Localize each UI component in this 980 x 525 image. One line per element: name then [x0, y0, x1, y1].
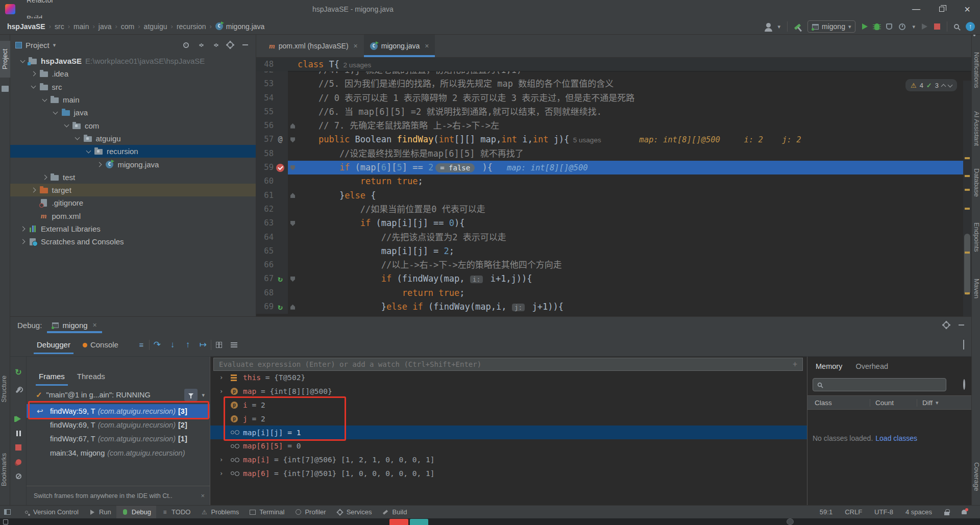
tool-windows-toggle-icon[interactable] [4, 509, 11, 515]
line-number[interactable]: 55 [256, 105, 274, 119]
tab-close-icon[interactable]: × [425, 42, 429, 50]
tab-frames[interactable]: Frames [33, 367, 71, 386]
next-problem-icon[interactable] [948, 82, 953, 87]
stop-debug-button[interactable] [10, 441, 27, 454]
variable-row[interactable]: map[6][5] = 0 [210, 439, 807, 453]
tool-stripe-structure[interactable]: Structure [0, 376, 10, 403]
breadcrumb-item-atguigu[interactable]: atguigu [144, 22, 167, 31]
variable-row[interactable]: ›map[i] = {int[7]@506} [1, 2, 1, 0, 0, 0… [210, 453, 807, 467]
tool-stripe-maven[interactable]: Maven [972, 279, 980, 298]
breadcrumb-file[interactable]: migong.java [215, 22, 265, 31]
tab-debugger[interactable]: Debugger [31, 335, 77, 354]
encoding[interactable]: UTF-8 [874, 508, 893, 516]
hide-panel-button[interactable] [239, 39, 251, 51]
line-number[interactable]: 65 [256, 244, 274, 258]
step-out-icon[interactable]: ↑ [180, 337, 195, 353]
status-item-build[interactable]: Build [377, 506, 412, 519]
tab-threads[interactable]: Threads [71, 367, 111, 386]
breadcrumb-item-java[interactable]: java [99, 22, 112, 31]
menu-refactor[interactable]: Refactor [21, 0, 60, 9]
chevron-down-icon[interactable] [64, 122, 69, 128]
hint-close-icon[interactable]: × [201, 492, 205, 499]
profiler-button[interactable] [899, 23, 905, 30]
locate-file-button[interactable] [180, 39, 191, 51]
taskbar-circle-icon[interactable] [787, 518, 794, 525]
tool-stripe-endpoints[interactable]: Endpoints [972, 222, 980, 252]
close-button[interactable]: × [954, 0, 980, 18]
line-number[interactable]: 59 [256, 161, 274, 174]
line-number[interactable]: 63 [256, 216, 274, 230]
status-item-problems[interactable]: ⚠Problems [195, 506, 244, 519]
tool-stripe-coverage[interactable]: Coverage [972, 462, 980, 491]
fold-down-icon[interactable] [290, 165, 295, 170]
line-number[interactable]: 60 [256, 174, 274, 188]
line-number[interactable]: 57 [256, 133, 274, 146]
chevron-right-icon[interactable] [97, 162, 102, 167]
tree-item-java[interactable]: java [10, 106, 256, 119]
evaluate-expression-button[interactable] [211, 337, 227, 353]
tree-item-recursion[interactable]: recursion [10, 145, 256, 158]
status-item-debug[interactable]: Debug [116, 506, 156, 519]
run-configuration-select[interactable]: migong ▾ [807, 20, 855, 33]
debug-session-tab[interactable]: migong × [47, 317, 102, 333]
evaluate-expression-input[interactable]: Evaluate expression (Enter) or add a wat… [213, 358, 803, 371]
variable-row[interactable]: j = 2 [210, 412, 807, 426]
code-with-me-icon[interactable] [766, 23, 771, 28]
tree-item-main[interactable]: main [10, 93, 256, 106]
tree-item-Scratches and Consoles[interactable]: Scratches and Consoles [10, 235, 256, 248]
minimize-button[interactable]: — [903, 0, 929, 18]
status-item-terminal[interactable]: Terminal [244, 506, 289, 519]
variable-row[interactable]: ›this = {T@502} [210, 371, 807, 385]
run-to-cursor-icon[interactable]: ↦ [195, 337, 211, 353]
caret-position[interactable]: 59:1 [820, 508, 832, 516]
search-everywhere-icon[interactable] [954, 24, 959, 29]
memory-settings-button[interactable] [963, 380, 965, 389]
line-number[interactable]: 66 [256, 258, 274, 272]
column-class[interactable]: Class [807, 399, 870, 407]
chevron-right-icon[interactable] [20, 239, 25, 244]
profiler-dropdown-icon[interactable]: ▾ [912, 23, 915, 30]
tree-item-atguigu[interactable]: atguigu [10, 132, 256, 145]
taskbar-window-icon[interactable] [3, 519, 8, 524]
line-number[interactable]: 64 [256, 231, 274, 244]
load-classes-link[interactable]: Load classes [875, 434, 917, 442]
line-number[interactable]: 53 [256, 77, 274, 91]
scrollbar-thumb[interactable] [964, 234, 970, 295]
mute-breakpoints-button[interactable] [10, 470, 27, 482]
readonly-lock-icon[interactable] [944, 512, 949, 515]
tree-item-.idea[interactable]: .idea [10, 67, 256, 80]
frame-row[interactable]: findWay:69, T(com.atguigu.recursion)[2] [27, 418, 210, 432]
variable-row[interactable]: ›map[6] = {int[7]@501} [1, 0, 0, 0, 0, 0… [210, 467, 807, 481]
breakpoint-icon[interactable] [276, 164, 284, 172]
step-over-icon[interactable]: ↷ [150, 337, 165, 353]
add-watch-icon[interactable]: + [793, 360, 797, 369]
inspections-widget[interactable]: ⚠ 4 ✓ 3 [905, 79, 957, 91]
fold-down-icon[interactable] [290, 221, 295, 226]
debug-settings-button[interactable] [10, 384, 27, 396]
column-count[interactable]: Count [870, 399, 917, 407]
chevron-down-icon[interactable] [20, 58, 25, 63]
variable-row[interactable]: map[i][j] = 1 [210, 426, 807, 439]
tab-memory[interactable]: Memory [816, 362, 842, 370]
frame-row[interactable]: findWay:67, T(com.atguigu.recursion)[1] [27, 432, 210, 446]
column-diff[interactable]: Diff▾ [917, 399, 971, 407]
tree-item-.gitignore[interactable]: .gitignore [10, 196, 256, 209]
expand-all-button[interactable] [195, 39, 206, 51]
chevron-down-icon[interactable] [86, 148, 91, 153]
pause-button[interactable] [10, 427, 27, 439]
tool-stripe-ai-assistant[interactable]: AI Assistant [972, 111, 980, 146]
frame-row[interactable]: main:34, migong(com.atguigu.recursion) [27, 446, 210, 460]
code-with-me-dropdown[interactable]: ▾ [777, 23, 780, 30]
tree-item-test[interactable]: test [10, 171, 256, 184]
project-view-dropdown[interactable]: ▾ [53, 42, 56, 48]
expand-chevron-icon[interactable]: › [219, 388, 231, 395]
tree-item-com[interactable]: com [10, 119, 256, 132]
editor-tab-migong.java[interactable]: migong.java× [364, 35, 435, 57]
tool-stripe-database[interactable]: Database [972, 168, 980, 197]
status-item-version-control[interactable]: Version Control [18, 506, 84, 519]
tree-item-hspJavaSE[interactable]: hspJavaSEE:\workplace01\javaSE\hspJavaSE [10, 55, 256, 67]
recursive-call-icon[interactable]: ↻ [278, 300, 283, 314]
status-item-run[interactable]: Run [84, 506, 116, 519]
line-number[interactable]: 56 [256, 119, 274, 133]
frame-row[interactable]: ↩findWay:59, T(com.atguigu.recursion)[3] [27, 404, 210, 418]
